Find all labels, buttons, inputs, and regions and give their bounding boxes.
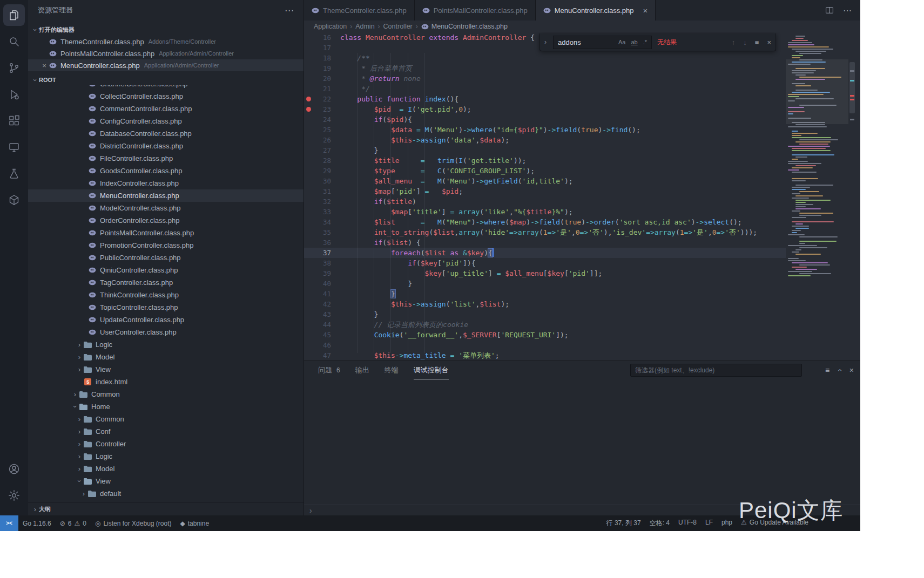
code-editor[interactable]: 16class MenuController extends AdminCont…	[304, 32, 860, 361]
editor-tab-PointsMallController.class.php[interactable]: PointsMallController.class.php	[415, 0, 536, 21]
breadcrumb-item[interactable]: Admin	[355, 23, 374, 30]
open-editor-PointsMallController.class.php[interactable]: PointsMallController.class.phpApplicatio…	[28, 47, 303, 59]
code-line-43[interactable]: 43 }	[304, 309, 786, 319]
gutter[interactable]	[304, 330, 313, 340]
gutter[interactable]	[304, 176, 313, 186]
tree-item-index.html[interactable]: 5index.html	[28, 376, 303, 388]
open-editors-header[interactable]: › 打开的编辑器	[28, 24, 303, 36]
panel-filter[interactable]	[630, 364, 802, 377]
tree-item-View[interactable]: ›View	[28, 475, 303, 487]
tree-item-TopicController.class.php[interactable]: TopicController.class.php	[28, 301, 303, 314]
split-editor-icon[interactable]	[825, 5, 834, 15]
status-indentation[interactable]: 空格: 4	[645, 519, 674, 528]
tree-item-Controller[interactable]: ›Controller	[28, 438, 303, 450]
tree-item-Home[interactable]: ›Home	[28, 400, 303, 413]
gutter[interactable]	[304, 309, 313, 319]
source-control-icon[interactable]	[3, 57, 25, 79]
code-line-25[interactable]: 25 $data = M('Menu')->where("id={$pid}")…	[304, 125, 786, 135]
code-line-44[interactable]: 44 // 记录当前列表页的cookie	[304, 319, 786, 330]
gutter[interactable]	[304, 350, 313, 361]
search-icon[interactable]	[3, 31, 25, 52]
code-line-47[interactable]: 47 $this->meta_title = '菜单列表';	[304, 350, 786, 361]
extensions-icon[interactable]	[3, 110, 25, 132]
tree-item-ConfigController.class.php[interactable]: ConfigController.class.php	[28, 115, 303, 127]
code-line-20[interactable]: 20 * @return none	[304, 73, 786, 84]
status-encoding[interactable]: UTF-8	[674, 519, 701, 526]
tree-item-PublicController.class.php[interactable]: PublicController.class.php	[28, 251, 303, 264]
gutter[interactable]	[304, 114, 313, 125]
breakpoint-dot[interactable]	[306, 97, 311, 101]
gutter[interactable]	[304, 94, 313, 104]
gutter[interactable]	[304, 84, 313, 94]
gutter[interactable]	[304, 186, 313, 196]
tree-item-FileController.class.php[interactable]: FileController.class.php	[28, 152, 303, 165]
code-line-31[interactable]: 31 $map['pid'] = $pid;	[304, 186, 786, 196]
gutter[interactable]	[304, 104, 313, 114]
code-line-23[interactable]: 23 $pid = I('get.pid',0);	[304, 104, 786, 114]
status-xdebug-listen[interactable]: ◎Listen for Xdebug (root)	[91, 515, 176, 531]
gutter[interactable]	[304, 217, 313, 227]
code-line-29[interactable]: 29 $type = C('CONFIG_GROUP_LIST');	[304, 166, 786, 176]
gutter[interactable]	[304, 63, 313, 73]
code-line-18[interactable]: 18 /**	[304, 53, 786, 63]
find-query-input[interactable]	[558, 38, 610, 46]
remote-indicator[interactable]: ><	[0, 515, 18, 531]
tree-item-View[interactable]: ›View	[28, 363, 303, 376]
tree-item-QiniuController.class.php[interactable]: QiniuController.class.php	[28, 264, 303, 276]
testing-icon[interactable]	[3, 163, 25, 185]
gutter[interactable]	[304, 340, 313, 350]
code-line-45[interactable]: 45 Cookie('__forward__',$_SERVER['REQUES…	[304, 330, 786, 340]
chevron-up-icon[interactable]: ›	[835, 369, 844, 372]
open-editor-ThemeController.class.php[interactable]: ThemeController.class.phpAddons/Theme/Co…	[28, 36, 303, 47]
status-eol[interactable]: LF	[701, 519, 717, 526]
tree-item-ModelController.class.php[interactable]: ModelController.class.php	[28, 202, 303, 214]
root-header[interactable]: › ROOT	[28, 73, 303, 86]
panel-tab-问题[interactable]: 问题6	[318, 361, 340, 379]
tree-item-GoodsController.class.php[interactable]: GoodsController.class.php	[28, 165, 303, 177]
gutter[interactable]	[304, 125, 313, 135]
code-line-22[interactable]: 22 public function index(){	[304, 94, 786, 104]
code-line-46[interactable]: 46	[304, 340, 786, 350]
code-line-30[interactable]: 30 $all_menu = M('Menu')->getField('id,t…	[304, 176, 786, 186]
code-line-35[interactable]: 35 int_to_string($list,array('hide'=>arr…	[304, 227, 786, 237]
code-line-27[interactable]: 27 }	[304, 145, 786, 155]
gutter[interactable]	[304, 135, 313, 145]
breadcrumb-item[interactable]: Application	[314, 23, 347, 30]
gutter[interactable]	[304, 207, 313, 217]
regex-icon[interactable]: .*	[642, 37, 649, 48]
more-actions-icon[interactable]: ⋯	[285, 5, 294, 16]
gutter[interactable]	[304, 278, 313, 289]
gutter[interactable]	[304, 32, 313, 43]
tree-item-OrderController.class.php[interactable]: OrderController.class.php	[28, 214, 303, 227]
tree-item-TagController.class.php[interactable]: TagController.class.php	[28, 276, 303, 289]
status-tabnine[interactable]: ◆tabnine	[176, 515, 213, 531]
filter-lines-icon[interactable]: ≡	[825, 366, 829, 375]
explorer-icon[interactable]	[3, 4, 25, 26]
tree-item-PromotionController.class.php[interactable]: PromotionController.class.php	[28, 239, 303, 251]
breadcrumb-item[interactable]: MenuController.class.php	[421, 23, 508, 30]
code-line-19[interactable]: 19 * 后台菜单首页	[304, 63, 786, 73]
code-line-37[interactable]: 37 foreach($list as &$key){	[304, 248, 786, 258]
tree-item-Logic[interactable]: ›Logic	[28, 450, 303, 463]
gutter[interactable]	[304, 145, 313, 155]
tree-item-UpdateController.class.php[interactable]: UpdateController.class.php	[28, 314, 303, 326]
status-language-mode[interactable]: php	[717, 519, 737, 526]
gutter[interactable]	[304, 53, 313, 63]
outline-section[interactable]: › 大纲	[28, 502, 303, 515]
code-line-28[interactable]: 28 $title = trim(I('get.title'));	[304, 155, 786, 166]
toggle-replace-icon[interactable]: ›	[544, 37, 552, 47]
tab-close-icon[interactable]: ×	[643, 6, 648, 15]
settings-gear-icon[interactable]	[3, 485, 25, 506]
code-line-21[interactable]: 21 */	[304, 84, 786, 94]
tree-item-Conf[interactable]: ›Conf	[28, 425, 303, 438]
package-icon[interactable]	[3, 189, 25, 211]
match-case-icon[interactable]: Aa	[617, 37, 627, 48]
tree-item-ChannelController.class.php[interactable]: ChannelController.class.php	[28, 85, 303, 90]
gutter[interactable]	[304, 43, 313, 53]
tree-item-UserController.class.php[interactable]: UserController.class.php	[28, 326, 303, 338]
code-line-24[interactable]: 24 if($pid){	[304, 114, 786, 125]
tree-item-Logic[interactable]: ›Logic	[28, 338, 303, 351]
whole-word-icon[interactable]: ab	[629, 37, 639, 48]
tree-item-Common[interactable]: ›Common	[28, 388, 303, 400]
find-input[interactable]: Aa ab .*	[553, 36, 652, 49]
